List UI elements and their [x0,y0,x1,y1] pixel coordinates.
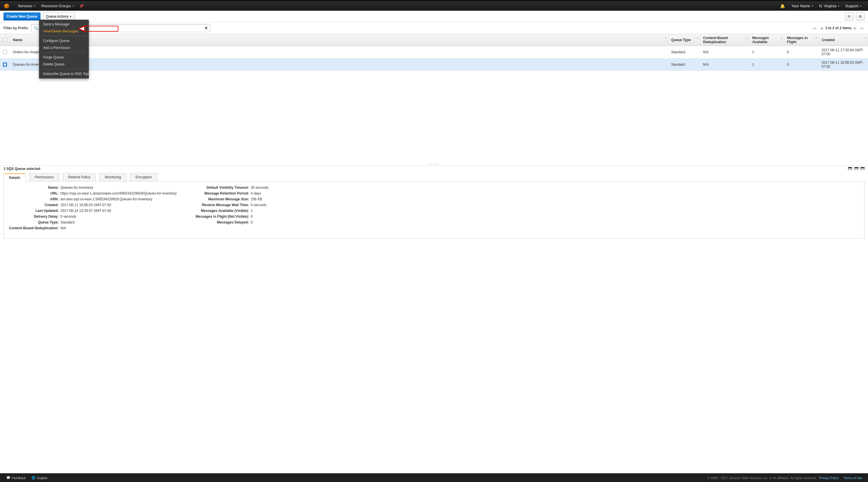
detail-created-label: Created: [7,203,59,207]
nav-support[interactable]: Support▾ [842,1,865,11]
page-range-text: 1 to 2 of 2 items [825,26,851,30]
table-row[interactable]: Orders-for-AnalyticsStandardN/A102017-08… [0,46,868,58]
cell-created: 2017-08-11 16:56:03 GMT-07:00 [819,58,868,71]
queue-actions-menu: Send a Message View/Delete Messages Conf… [39,20,89,79]
clear-filter-button[interactable]: ✕ [204,26,208,31]
search-icon: 🔍 [34,26,38,30]
panel-layout-buttons [847,167,865,171]
cell-available: 1 [749,46,784,58]
detail-url-label: URL: [7,191,59,195]
row-checkbox[interactable] [3,63,7,67]
cell-in-flight: 0 [784,46,819,58]
tab-monitoring[interactable]: Monitoring [99,173,126,181]
menu-delete-queue[interactable]: Delete Queue [39,61,89,68]
pagination: ⏮ ◀ 1 to 2 of 2 items ▶ ⏭ [812,26,865,30]
detail-dedup-label: Content-Based Deduplication: [7,226,59,230]
cell-created: 2017-08-11 17:30:54 GMT-07:00 [819,46,868,58]
filter-label: Filter by Prefix: [3,26,29,30]
col-available[interactable]: Messages Available [749,34,784,46]
detail-delayed-value: 0 [251,220,253,224]
table-row[interactable]: Queues-for-InventoryStandardN/A102017-08… [0,58,868,71]
col-checkbox[interactable] [0,34,10,46]
notifications-icon[interactable]: 🔔 [777,4,788,8]
detail-flightv-value: 0 [251,214,253,218]
menu-view-delete-messages[interactable]: View/Delete Messages [39,28,89,35]
cell-dedup: N/A [700,46,749,58]
detail-availv-value: 1 [251,209,253,213]
cell-name: Queues-for-Inventory [10,58,669,71]
queue-actions-button[interactable]: Queue Actions▾ [43,12,75,21]
cell-in-flight: 0 [784,58,819,71]
detail-delay-value: 0 seconds [60,214,76,218]
tab-encryption[interactable]: Encryption [130,173,157,181]
detail-wait-label: Receive Message Wait Time: [185,203,249,207]
layout-bottom-button[interactable] [861,167,865,170]
page-next-button[interactable]: ▶ [853,26,858,30]
menu-add-permission[interactable]: Add a Permission [39,44,89,51]
detail-body: Name:Queues-for-Inventory URL:https://sq… [3,181,865,239]
detail-vis-label: Default Visibility Timeout: [185,186,249,190]
cell-queue-type: Standard [669,46,700,58]
nav-region[interactable]: N. Virginia▾ [816,1,842,11]
nav-resource-groups[interactable]: Resource Groups▾ [38,1,77,11]
page-prev-button[interactable]: ◀ [819,26,824,30]
tab-details[interactable]: Details [3,173,26,182]
detail-tabs: Details Permissions Redrive Policy Monit… [0,173,868,181]
detail-updated-label: Last Updated: [7,209,59,213]
tab-redrive-policy[interactable]: Redrive Policy [63,173,96,181]
selection-summary: 1 SQS Queue selected [3,167,40,171]
col-name[interactable]: Name [10,34,669,46]
col-in-flight[interactable]: Messages in Flight [784,34,819,46]
detail-ret-label: Message Retention Period: [185,191,249,195]
filter-bar: Filter by Prefix: 🔍 ✕ ⏮ ◀ 1 to 2 of 2 it… [0,22,868,34]
global-nav: Services▾ Resource Groups▾ 📌 🔔 Your Name… [0,0,868,11]
detail-vis-value: 30 seconds [251,186,269,190]
detail-availv-label: Messages Available (Visible): [185,209,249,213]
detail-arn-label: ARN: [7,197,59,201]
select-all-checkbox[interactable] [3,38,7,42]
menu-separator [39,69,89,69]
action-toolbar: Create New Queue Queue Actions▾ ⟳ ⚙ [0,11,868,22]
layout-split-button[interactable] [855,167,859,170]
col-queue-type[interactable]: Queue Type [669,34,700,46]
detail-max-label: Maximum Message Size: [185,197,249,201]
layout-top-button[interactable] [848,167,852,170]
refresh-button[interactable]: ⟳ [845,12,854,21]
col-dedup[interactable]: Content-Based Deduplication [700,34,749,46]
row-checkbox[interactable] [3,50,7,54]
detail-url-value: https://sqs.us-east-1.amazonaws.com/5855… [60,191,177,195]
detail-dedup-value: N/A [60,226,66,230]
menu-separator [39,52,89,53]
cell-available: 1 [749,58,784,71]
panel-splitter[interactable]: ● ● ● [0,162,868,165]
cell-queue-type: Standard [669,58,700,71]
detail-arn-value: arn:aws:sqs:us-east-1:585534329928:Queue… [60,197,153,201]
menu-purge-queue[interactable]: Purge Queue [39,54,89,61]
menu-send-message[interactable]: Send a Message [39,21,89,28]
detail-qtype-label: Queue Type: [7,220,59,224]
settings-button[interactable]: ⚙ [856,12,865,21]
page-last-button[interactable]: ⏭ [859,26,865,30]
pin-shortcut-icon[interactable]: 📌 [77,4,86,8]
detail-updated-value: 2017-08-14 13:29:47 GMT-07:00 [60,209,111,213]
create-queue-button[interactable]: Create New Queue [3,12,40,21]
col-created[interactable]: Created [819,34,868,46]
cell-name: Orders-for-Analytics [10,46,669,58]
chevron-down-icon: ▾ [73,5,74,7]
detail-left-column: Name:Queues-for-Inventory URL:https://sq… [7,186,177,230]
menu-subscribe-sns[interactable]: Subscribe Queue to SNS Topic [39,70,89,77]
menu-configure-queue[interactable]: Configure Queue [39,37,89,44]
detail-header-bar: 1 SQS Queue selected [0,165,868,172]
page-first-button[interactable]: ⏮ [812,26,817,30]
cell-dedup: N/A [700,58,749,71]
menu-separator [39,36,89,36]
detail-name-value: Queues-for-Inventory [60,186,93,190]
aws-logo-icon[interactable] [3,3,10,9]
chevron-down-icon: ▾ [70,15,71,18]
chevron-down-icon: ▾ [34,5,36,7]
nav-username[interactable]: Your Name▾ [788,1,816,11]
chevron-down-icon: ▾ [860,5,862,7]
nav-services[interactable]: Services▾ [15,1,38,11]
gear-icon: ⚙ [859,14,862,19]
tab-permissions[interactable]: Permissions [29,173,59,181]
